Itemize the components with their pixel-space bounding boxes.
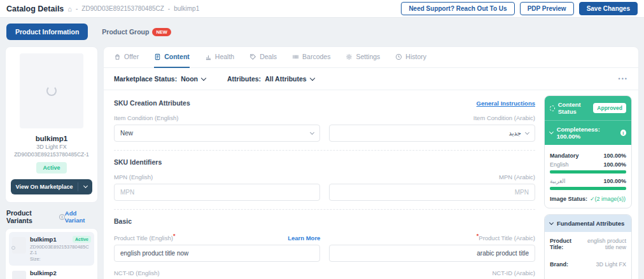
product-brand: 3D Light FX bbox=[11, 144, 92, 150]
chevron-down-icon bbox=[525, 130, 529, 134]
tab-settings[interactable]: Settings bbox=[346, 47, 380, 68]
breadcrumb-separator: - bbox=[76, 5, 78, 12]
content-body: SKU Creation Attributes General Instruct… bbox=[104, 90, 638, 279]
tab-health[interactable]: Health bbox=[205, 47, 234, 68]
product-title-en-label: Product Title (English)* bbox=[114, 233, 175, 242]
marketplace-status-value: Noon bbox=[181, 75, 198, 83]
sku-creation-title: SKU Creation Attributes bbox=[114, 99, 190, 107]
check-icon: ✓ bbox=[590, 196, 595, 202]
completeness-toggle[interactable]: Completeness: 100.00% bbox=[545, 121, 631, 145]
info-icon[interactable] bbox=[59, 214, 65, 220]
fundamental-label: Brand: bbox=[550, 261, 568, 268]
attributes-form: SKU Creation Attributes General Instruct… bbox=[114, 90, 535, 279]
item-condition-ar-label: Item Condition (Arabic) bbox=[473, 114, 535, 121]
required-asterisk: * bbox=[173, 233, 176, 239]
save-changes-button[interactable]: Save Changes bbox=[579, 2, 638, 15]
basic-section-title: Basic bbox=[114, 217, 132, 225]
product-summary-card: bulkimp1 3D Light FX ZD90D03E89215378048… bbox=[5, 46, 98, 203]
item-condition-en-select[interactable]: New bbox=[114, 125, 320, 142]
english-label: English bbox=[550, 161, 569, 168]
marketplace-status-label: Marketplace Status: bbox=[114, 75, 177, 83]
chevron-down-icon bbox=[549, 130, 554, 134]
marketplace-status-dropdown[interactable]: Marketplace Status: Noon bbox=[114, 75, 206, 83]
gear-icon bbox=[346, 53, 353, 60]
bag-icon bbox=[114, 53, 121, 60]
attributes-dropdown[interactable]: Attributes: All Attributes bbox=[227, 75, 314, 83]
support-button[interactable]: Need Support? Reach Out To Us bbox=[401, 2, 514, 15]
mpn-ar-input[interactable] bbox=[329, 184, 535, 201]
variant-name: bulkimp2 bbox=[30, 269, 57, 276]
breadcrumb: Catalog Details ⌂ - ZD90D03E892153780485… bbox=[6, 4, 199, 13]
home-icon[interactable]: ⌂ bbox=[67, 5, 72, 13]
section-divider bbox=[114, 150, 535, 151]
image-status-label: Image Status: bbox=[550, 196, 587, 202]
content-status-card: Content Status Approved Completeness: 10… bbox=[544, 95, 632, 208]
breadcrumb-separator: - bbox=[168, 5, 170, 12]
chevron-down-icon bbox=[309, 75, 314, 80]
chevron-down-icon bbox=[549, 220, 554, 224]
mpn-en-input[interactable] bbox=[114, 184, 320, 201]
document-icon bbox=[154, 53, 161, 60]
mandatory-value: 100.00% bbox=[603, 153, 626, 159]
tab-deals[interactable]: Deals bbox=[249, 47, 277, 68]
status-ring-icon bbox=[550, 105, 555, 111]
variant-info: bulkimp2 ZD90D03E892153780485CZ-2 Size: bbox=[30, 269, 91, 279]
arabic-progress-bar bbox=[550, 187, 626, 190]
content-status-header: Content Status bbox=[550, 101, 593, 115]
completeness-label: Completeness: 100.00% bbox=[557, 126, 620, 140]
left-sidebar: bulkimp1 3D Light FX ZD90D03E89215378048… bbox=[5, 46, 98, 279]
content-card: Offer Content Health Deals Barcodes bbox=[103, 46, 639, 279]
variant-item[interactable]: bulkimp2 ZD90D03E892153780485CZ-2 Size: bbox=[9, 266, 94, 279]
tab-history[interactable]: History bbox=[395, 47, 426, 68]
english-value: 100.00% bbox=[603, 161, 626, 168]
tab-product-information[interactable]: Product Information bbox=[6, 24, 88, 40]
variant-thumbnail bbox=[12, 237, 26, 254]
mpn-ar-label: MPN (Arabic) bbox=[499, 174, 535, 180]
pdp-preview-button[interactable]: PDP Preview bbox=[520, 2, 574, 15]
product-title-ar-input[interactable] bbox=[329, 245, 535, 262]
tab-content[interactable]: Content bbox=[154, 47, 190, 68]
completeness-body: Mandatory 100.00% English 100.00% العربي… bbox=[545, 145, 631, 208]
info-icon[interactable] bbox=[620, 130, 626, 136]
product-sku: ZD90D03E892153780485CZ-1 bbox=[11, 151, 92, 158]
catalog-details-page: Catalog Details ⌂ - ZD90D03E892153780485… bbox=[0, 0, 644, 279]
fundamental-value: english product title new bbox=[587, 238, 626, 250]
tag-icon bbox=[249, 53, 256, 60]
item-condition-ar-select[interactable]: جديد bbox=[329, 125, 535, 142]
view-on-marketplace-button[interactable]: View On Marketplace bbox=[11, 179, 92, 194]
attributes-label: Attributes: bbox=[227, 75, 261, 83]
tab-barcodes[interactable]: Barcodes bbox=[292, 47, 330, 68]
tab-product-group[interactable]: Product Group NEW bbox=[102, 28, 171, 36]
attributes-value: All Attributes bbox=[265, 75, 307, 83]
fundamental-attributes-toggle[interactable]: Fundamental Attributes bbox=[545, 215, 631, 232]
breadcrumb-sku-id: ZD90D03E892153780485CZ bbox=[81, 5, 164, 12]
nct-id-en-label: NCT-ID (English) bbox=[114, 269, 160, 276]
content-tab-bar: Offer Content Health Deals Barcodes bbox=[104, 47, 638, 68]
page-title: Catalog Details bbox=[6, 4, 64, 13]
top-bar-actions: Need Support? Reach Out To Us PDP Previe… bbox=[401, 2, 638, 15]
variant-thumbnail bbox=[12, 271, 26, 279]
add-variant-link[interactable]: Add Variant bbox=[65, 210, 97, 224]
main-layout: bulkimp1 3D Light FX ZD90D03E89215378048… bbox=[0, 45, 644, 279]
image-status-value: ✓(2 image(s)) bbox=[590, 196, 626, 202]
variant-info: bulkimp1 Active ZD90D03E892153780485CZ-1… bbox=[30, 236, 91, 262]
product-title-en-input[interactable] bbox=[114, 245, 320, 262]
variants-header: Product Variants Add Variant bbox=[6, 209, 97, 224]
radio-icon[interactable] bbox=[11, 246, 15, 250]
fundamental-label: Product Title: bbox=[550, 238, 583, 250]
fundamental-row: Brand: 3D Light FX bbox=[545, 255, 631, 273]
variant-status-badge: Active bbox=[73, 236, 91, 243]
variants-list: bulkimp1 Active ZD90D03E892153780485CZ-1… bbox=[5, 228, 98, 279]
more-options-icon[interactable]: ••• bbox=[619, 76, 628, 82]
chevron-down-icon[interactable] bbox=[78, 186, 92, 187]
arabic-label: العربية bbox=[550, 178, 566, 184]
variant-item[interactable]: bulkimp1 Active ZD90D03E892153780485CZ-1… bbox=[9, 232, 94, 266]
nct-id-ar-label: NCT-ID (Arabic) bbox=[492, 269, 535, 276]
view-on-marketplace-label: View On Marketplace bbox=[11, 184, 78, 190]
tab-offer[interactable]: Offer bbox=[114, 47, 139, 68]
variant-sku: ZD90D03E892153780485CZ-1 bbox=[30, 244, 91, 255]
general-instructions-link[interactable]: General Instructions bbox=[477, 100, 535, 107]
mandatory-label: Mandatory bbox=[550, 153, 579, 159]
learn-more-link[interactable]: Learn More bbox=[288, 235, 320, 242]
chart-icon bbox=[205, 53, 212, 60]
